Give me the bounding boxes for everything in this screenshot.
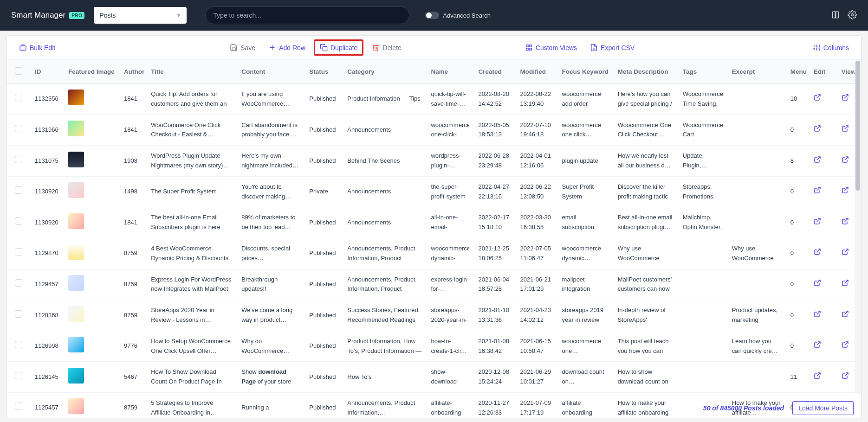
cell-created[interactable]: 2022-04-27 22:13:16 <box>473 176 515 207</box>
row-checkbox[interactable] <box>15 372 22 379</box>
cell-menu[interactable]: 0 <box>786 269 809 300</box>
cell-menu[interactable]: 0 <box>786 207 809 238</box>
delete-button[interactable]: Delete <box>367 41 406 54</box>
cell-modified[interactable]: 2021-06-29 10:01:27 <box>516 362 557 393</box>
external-link-icon[interactable] <box>814 343 821 350</box>
col-featured-image[interactable]: Featured Image <box>64 60 119 84</box>
cell-id[interactable]: 1130920 <box>30 176 64 207</box>
cell-focus[interactable]: mailpoet integration <box>557 269 613 300</box>
cell-id[interactable]: 1126145 <box>30 362 64 393</box>
cell-title[interactable]: How To Show Download Count On Product Pa… <box>146 362 237 393</box>
cell-status[interactable]: Published <box>304 115 343 146</box>
advanced-search-toggle[interactable]: Advanced Search <box>425 12 491 19</box>
cell-excerpt[interactable] <box>727 207 786 238</box>
row-checkbox[interactable] <box>15 125 22 132</box>
external-link-icon[interactable] <box>842 158 849 165</box>
cell-featured-image[interactable] <box>64 146 119 177</box>
col-focus[interactable]: Focus Keyword <box>557 60 613 84</box>
row-checkbox[interactable] <box>15 403 22 410</box>
cell-category[interactable]: Success Stories, Featured, Recommended R… <box>343 300 426 331</box>
cell-created[interactable]: 2022-08-20 14:42:52 <box>473 84 515 115</box>
col-meta[interactable]: Meta Description <box>613 60 678 84</box>
cell-author[interactable]: 1841 <box>119 207 146 238</box>
cell-focus[interactable]: woocommerce dynamic pricing,woocommerce <box>557 238 613 269</box>
cell-title[interactable]: How to Setup WooCommerce One Click Upsel… <box>146 331 237 362</box>
cell-tags[interactable]: Update, Plugin, Solution, Fail <box>678 146 727 177</box>
cell-title[interactable]: WordPress Plugin Update Nightmares (my o… <box>146 146 237 177</box>
cell-featured-image[interactable] <box>64 392 119 418</box>
cell-edit[interactable] <box>809 84 837 115</box>
external-link-icon[interactable] <box>814 312 821 319</box>
cell-author[interactable]: 8759 <box>119 269 146 300</box>
col-id[interactable]: ID <box>30 60 64 84</box>
cell-category[interactable]: How To's <box>343 362 426 393</box>
row-checkbox[interactable] <box>15 279 22 287</box>
row-checkbox[interactable] <box>15 217 22 225</box>
cell-edit[interactable] <box>809 207 837 238</box>
cell-focus[interactable]: woocommerce one upsell,woocommerce <box>557 331 613 362</box>
cell-category[interactable]: Product Information — Tips <box>343 84 426 115</box>
cell-name[interactable]: affiliate-onboarding <box>426 392 473 418</box>
row-checkbox[interactable] <box>15 341 22 348</box>
cell-meta[interactable]: How we nearly lost all our business due … <box>613 146 678 177</box>
search-input-wrap[interactable] <box>205 6 409 24</box>
cell-id[interactable]: 1130920 <box>30 207 64 238</box>
external-link-icon[interactable] <box>814 219 821 226</box>
cell-content[interactable]: Cart abandonment is probably you face as… <box>237 115 304 146</box>
search-input[interactable] <box>213 12 402 19</box>
cell-meta[interactable]: In-depth review of StoreApps' <box>613 300 678 331</box>
cell-id[interactable]: 1131075 <box>30 146 64 177</box>
cell-status[interactable]: Published <box>304 362 343 393</box>
external-link-icon[interactable] <box>842 343 849 350</box>
cell-title[interactable]: Quick Tip: Add orders for customers and … <box>146 84 237 115</box>
cell-content[interactable]: We've come a long way in product improve… <box>237 300 304 331</box>
external-link-icon[interactable] <box>842 250 849 257</box>
cell-meta[interactable]: Best all-in-one email subscription plugi… <box>613 207 678 238</box>
cell-author[interactable]: 1498 <box>119 176 146 207</box>
cell-featured-image[interactable] <box>64 300 119 331</box>
cell-status[interactable]: Published <box>304 207 343 238</box>
cell-created[interactable]: 2022-06-28 23:29:48 <box>473 146 515 177</box>
cell-focus[interactable]: email subscription <box>557 207 613 238</box>
cell-tags[interactable] <box>678 331 727 362</box>
cell-focus[interactable]: plugin update <box>557 146 613 177</box>
cell-created[interactable]: 2022-02-17 15:18:10 <box>473 207 515 238</box>
cell-name[interactable]: express-login-for-wordpress- <box>426 269 473 300</box>
cell-id[interactable]: 1129870 <box>30 238 64 269</box>
cell-name[interactable]: the-super-profit-system <box>426 176 473 207</box>
cell-focus[interactable]: woocommerce add order <box>557 84 613 115</box>
cell-modified[interactable]: 2022-06-22 13:08:50 <box>516 176 557 207</box>
external-link-icon[interactable] <box>814 96 821 102</box>
cell-excerpt[interactable] <box>727 176 786 207</box>
cell-created[interactable]: 2021-06-04 18:57:28 <box>473 269 515 300</box>
cell-meta[interactable]: MailPoet customers' customers can now <box>613 269 678 300</box>
col-created[interactable]: Created <box>473 60 515 84</box>
col-tags[interactable]: Tags <box>678 60 727 84</box>
cell-modified[interactable]: 2022-07-10 19:46:18 <box>516 115 557 146</box>
select-all-checkbox[interactable] <box>15 67 22 75</box>
cell-excerpt[interactable] <box>727 84 786 115</box>
cell-tags[interactable]: Woocommerce, Cart <box>678 115 727 146</box>
cell-author[interactable]: 8759 <box>119 300 146 331</box>
cell-modified[interactable]: 2022-04-01 12:16:06 <box>516 146 557 177</box>
external-link-icon[interactable] <box>842 374 849 381</box>
cell-tags[interactable]: Woocommerce, Time Saving, <box>678 84 727 115</box>
cell-author[interactable]: 8759 <box>119 238 146 269</box>
gear-icon[interactable] <box>848 10 857 21</box>
cell-title[interactable]: 5 Strategies to Improve Affiliate Onboar… <box>146 392 237 418</box>
cell-menu[interactable]: 0 <box>786 238 809 269</box>
cell-featured-image[interactable] <box>64 115 119 146</box>
cell-featured-image[interactable] <box>64 84 119 115</box>
export-csv-button[interactable]: Export CSV <box>585 41 639 54</box>
col-excerpt[interactable]: Excerpt <box>727 60 786 84</box>
cell-excerpt[interactable]: Learn how you can quickly create and <box>727 331 786 362</box>
cell-modified[interactable]: 2021-04-23 14:02:12 <box>516 300 557 331</box>
cell-created[interactable]: 2020-11-27 12:26:33 <box>473 392 515 418</box>
cell-created[interactable]: 2022-05-05 18:53:13 <box>473 115 515 146</box>
cell-content[interactable]: If you are using WooCommerce handy solut… <box>237 84 304 115</box>
columns-button[interactable]: Columns <box>808 41 854 54</box>
cell-content[interactable]: Why do WooCommerce upsell BOGO and other… <box>237 331 304 362</box>
cell-edit[interactable] <box>809 362 837 393</box>
col-content[interactable]: Content <box>237 60 304 84</box>
cell-menu[interactable]: 11 <box>786 362 809 393</box>
